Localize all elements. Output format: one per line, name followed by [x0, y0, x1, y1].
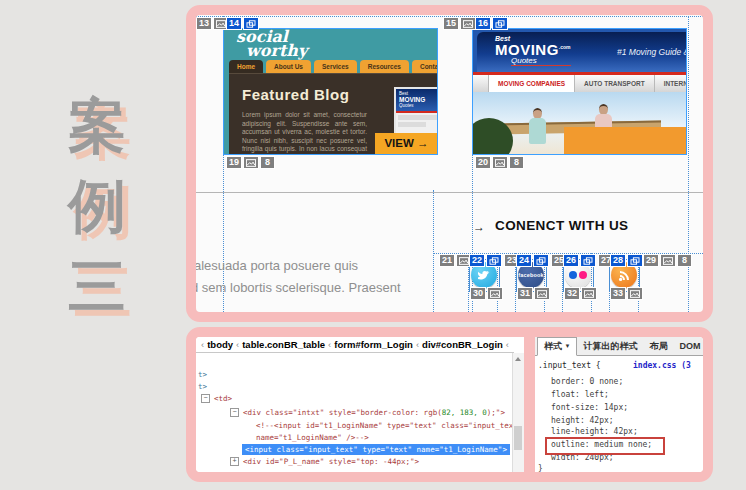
moving-header: Best MOVING.com Quotes #1 Moving Guide &… [477, 32, 687, 72]
image-icon [460, 17, 476, 30]
socialworthy-nav: Home About Us Services Resources Contact… [229, 60, 437, 73]
nav-tab-auto-transport[interactable]: AUTO TRANSPORT [575, 75, 655, 92]
code-partial-line[interactable]: t> [198, 382, 207, 391]
code-comment-line[interactable]: <!--<input id="t1_LoginName" type="text"… [256, 421, 522, 430]
moving-hero-photo [473, 92, 686, 154]
css-property[interactable]: font-size: 14px; [551, 403, 628, 412]
size-label: 8 [677, 254, 692, 267]
layers-icon [492, 17, 508, 30]
breadcrumb-table[interactable]: table.conBR_table [242, 339, 325, 350]
code-line-div-intxt[interactable]: − <div class="intxt" style="border-color… [230, 408, 505, 417]
socialworthy-logo: social worthy [236, 30, 307, 58]
title-char: 例 [68, 166, 126, 246]
image-icon [581, 287, 597, 300]
view-button[interactable]: VIEW → [375, 133, 438, 154]
size-label: 8 [509, 156, 524, 169]
layers-icon [580, 254, 596, 267]
css-selector[interactable]: .input_text { [538, 361, 601, 370]
marker-33[interactable]: 33 [610, 287, 643, 300]
code-line-div-plname[interactable]: + <div id="P_L_name" style="top: -44px;"… [230, 457, 419, 466]
marker-20[interactable]: 20 8 [475, 156, 524, 169]
image-icon [534, 287, 550, 300]
size-label: 8 [260, 156, 275, 169]
code-comment-line[interactable]: name="t1_LoginName" />--> [256, 433, 369, 442]
marker-19[interactable]: 19 8 [226, 156, 275, 169]
nav-tab-about[interactable]: About Us [266, 60, 311, 73]
css-property[interactable]: height: 42px; [551, 416, 614, 425]
breadcrumb-form[interactable]: form#form_Login [334, 339, 413, 350]
breadcrumb: ‹tbody‹table.conBR_table‹form#form_Login… [196, 337, 514, 353]
css-property[interactable]: line-height: 42px; [551, 427, 638, 436]
layers-icon [486, 254, 502, 267]
image-icon [243, 156, 259, 169]
marker-21[interactable]: 21 [439, 254, 472, 267]
person-figure [529, 108, 546, 144]
layers-icon [243, 17, 259, 30]
devtools-panel: ‹tbody‹table.conBR_table‹form#form_Login… [186, 327, 713, 482]
featured-blog-heading: Featured Blog [242, 86, 349, 103]
css-file-link[interactable]: index.css (3 [633, 361, 691, 370]
scrollbar-thumb[interactable] [514, 426, 522, 450]
code-line-selected-input[interactable]: <input class="input_text" type="text" na… [242, 444, 510, 455]
css-property[interactable]: border: 0 none; [551, 377, 623, 386]
css-close-brace: } [538, 464, 543, 472]
moving-logo: Best MOVING.com Quotes [495, 34, 571, 66]
arrow-glyph: → [473, 220, 485, 234]
screenshot-canvas: 案 例 三 social worthy Home About Us [0, 0, 746, 490]
marker-28[interactable]: 28 [610, 254, 643, 267]
marker-29[interactable]: 29 8 [643, 254, 692, 267]
nav-tab-resources[interactable]: Resources [360, 60, 409, 73]
title-char: 案 [68, 86, 126, 166]
collapse-toggle-icon[interactable]: − [201, 394, 210, 403]
blog-body-text: Lorem ipsum dolor sit amet, consectetur … [242, 111, 367, 155]
marker-32[interactable]: 32 [564, 287, 597, 300]
breadcrumb-tbody[interactable]: tbody [207, 339, 233, 350]
marker-31[interactable]: 31 [517, 287, 550, 300]
lorem-fragment: d sem lobortis scelerisque. Praesent [191, 280, 401, 295]
chevron-down-icon: ▼ [565, 343, 571, 349]
styles-tabbar: 样式 ▼ 计算出的样式 布局 DOM [535, 337, 703, 356]
moving-tagline: #1 Moving Guide & Moving [617, 47, 687, 57]
code-line-td[interactable]: − <td> [201, 394, 232, 403]
styles-pane: 样式 ▼ 计算出的样式 布局 DOM .input_text { index.c… [535, 337, 703, 472]
tab-styles[interactable]: 样式 ▼ [537, 337, 577, 356]
tab-computed-styles[interactable]: 计算出的样式 [577, 337, 643, 355]
code-partial-line[interactable]: t> [198, 370, 207, 379]
nav-tab-moving-companies[interactable]: MOVING COMPANIES [488, 75, 575, 92]
showcase-panel: social worthy Home About Us Services Res… [186, 5, 713, 322]
marker-16[interactable]: 16 [475, 17, 508, 30]
movingquotes-screenshot: Best MOVING.com Quotes #1 Moving Guide &… [472, 28, 687, 155]
connect-heading: CONENCT WITH US [495, 218, 629, 233]
marker-26[interactable]: 26 [563, 254, 596, 267]
layers-icon [533, 254, 549, 267]
css-property[interactable]: float: left; [551, 390, 609, 399]
page-divider-line [196, 192, 703, 193]
guide-line [433, 190, 434, 312]
breadcrumb-div[interactable]: div#conBR_Login [422, 339, 503, 350]
image-icon [487, 287, 503, 300]
lorem-fragment: alesuada porta posuere quis [194, 258, 358, 273]
image-icon [492, 156, 508, 169]
marker-15[interactable]: 15 [443, 17, 476, 30]
scrollbar[interactable] [512, 353, 524, 472]
marker-24[interactable]: 24 [516, 254, 549, 267]
expand-toggle-icon[interactable]: + [230, 457, 239, 466]
title-char: 三 [68, 246, 126, 326]
nav-tab-international[interactable]: INTERNATIONAL [655, 75, 687, 92]
marker-22[interactable]: 22 [469, 254, 502, 267]
moving-nav: MOVING COMPANIES AUTO TRANSPORT INTERNAT… [473, 75, 686, 92]
nav-tab-home[interactable]: Home [229, 60, 263, 73]
marker-14[interactable]: 14 [226, 17, 259, 30]
nav-tab-services[interactable]: Services [314, 60, 357, 73]
collapse-toggle-icon[interactable]: − [230, 408, 239, 417]
guide-line [688, 16, 689, 312]
tab-layout[interactable]: 布局 [643, 337, 673, 355]
tab-dom[interactable]: DOM [673, 337, 703, 355]
nav-tab-contact[interactable]: Contact Us [412, 60, 438, 73]
outline-highlight-box [545, 437, 665, 455]
page-title: 案 例 三 [68, 86, 126, 326]
marker-13[interactable]: 13 [196, 17, 229, 30]
marker-30[interactable]: 30 [470, 287, 503, 300]
scroll-up-icon[interactable] [515, 357, 521, 361]
panel-divider [524, 337, 535, 472]
